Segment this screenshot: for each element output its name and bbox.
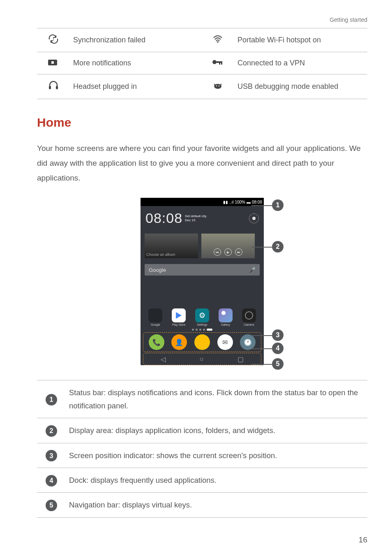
page-indicator — [141, 327, 264, 331]
clock-date: Dec 15 — [185, 218, 206, 222]
settings-icon: ⚙ — [195, 308, 209, 322]
play-icon: ▶ — [224, 248, 232, 256]
svg-rect-7 — [221, 61, 222, 65]
headset-icon — [37, 74, 70, 99]
clock-city: Set default city — [185, 214, 206, 218]
weather-icon — [249, 213, 259, 223]
callout-5: 5 — [272, 358, 284, 370]
google-search-widget: Google 🎤 — [145, 264, 260, 276]
desc-3: Screen position indicator: shows the cur… — [66, 443, 367, 468]
callout-2: 2 — [272, 241, 284, 253]
usb-debug-icon — [201, 74, 234, 99]
music-widget: ⏮ ▶ ⏭ — [201, 234, 255, 258]
clock-icon: 🕐 — [240, 334, 256, 350]
nav-bar: ◁ ○ ▢ — [143, 353, 261, 365]
badge-4: 4 — [46, 475, 57, 486]
wifi-hotspot-icon — [201, 28, 234, 52]
gallery-icon — [219, 308, 233, 322]
more-notifications-icon — [37, 52, 70, 74]
clock-time: 08:08 — [145, 210, 182, 226]
status-icons-table: ! Synchronization failed Portable Wi-Fi … — [37, 28, 367, 99]
home-icon: ○ — [200, 355, 204, 363]
svg-point-1 — [217, 41, 219, 43]
headset-label: Headset plugged in — [70, 74, 201, 99]
header-section-label: Getting started — [37, 16, 367, 23]
callout-3: 3 — [272, 329, 284, 341]
camera-icon — [242, 308, 256, 322]
callout-descriptions-table: 1Status bar: displays notifications and … — [37, 380, 367, 518]
section-title-home: Home — [37, 116, 367, 130]
badge-5: 5 — [46, 500, 57, 511]
svg-point-13 — [216, 86, 217, 86]
clock-widget: 08:08 Set default city Dec 15 — [141, 206, 264, 230]
vpn-label: Connected to a VPN — [234, 52, 367, 74]
google-label: Google — [149, 267, 166, 273]
album-widget: Choose an album — [145, 234, 198, 258]
badge-1: 1 — [46, 394, 57, 405]
status-time: 08:08 — [252, 200, 262, 204]
recent-icon: ▢ — [238, 355, 244, 363]
svg-rect-6 — [219, 61, 220, 65]
wifi-hotspot-label: Portable Wi-Fi hotspot on — [234, 28, 367, 52]
back-icon: ◁ — [161, 355, 166, 363]
app-label: Gallery — [221, 323, 230, 326]
desc-1: Status bar: displays notifications and i… — [66, 380, 367, 418]
app-label: Settings — [197, 323, 207, 326]
desc-5: Navigation bar: displays virtual keys. — [66, 493, 367, 517]
vpn-icon — [201, 52, 234, 74]
sync-failed-icon: ! — [37, 28, 70, 52]
app-label: Google — [151, 323, 160, 326]
desc-2: Display area: displays application icons… — [66, 418, 367, 443]
phone-status-bar: ▮▮ ..ıl 100% ▬ 08:08 — [141, 198, 264, 206]
svg-point-14 — [219, 86, 219, 86]
messaging-icon: ✉ — [217, 334, 233, 350]
home-description: Your home screens are where you can find… — [37, 141, 367, 185]
contacts-icon: 👤 — [171, 334, 187, 350]
svg-rect-3 — [51, 61, 54, 64]
mic-icon: 🎤 — [249, 267, 256, 273]
callout-4: 4 — [272, 343, 284, 354]
svg-rect-8 — [49, 86, 51, 89]
next-icon: ⏭ — [235, 248, 242, 256]
svg-line-12 — [220, 84, 221, 86]
app-label: Play Store — [172, 323, 185, 326]
signal-icon: ▮▮ — [223, 200, 228, 204]
badge-3: 3 — [46, 450, 57, 461]
dialer-icon: 📞 — [149, 334, 164, 350]
more-notifications-label: More notifications — [70, 52, 201, 74]
badge-2: 2 — [46, 425, 57, 437]
usb-debug-label: USB debugging mode enabled — [234, 74, 367, 99]
phone-illustration: ▮▮ ..ıl 100% ▬ 08:08 08:08 Set default c… — [37, 198, 367, 368]
svg-line-11 — [214, 84, 216, 86]
battery-text: 100% — [235, 200, 245, 204]
google-folder-icon — [148, 308, 162, 322]
callout-1: 1 — [272, 199, 284, 211]
app-label: Camera — [244, 323, 254, 326]
playstore-icon — [172, 308, 186, 322]
app-row: Google Play Store ⚙Settings Gallery Came… — [141, 307, 264, 327]
desc-4: Dock: displays frequently used applicati… — [66, 468, 367, 493]
page-number: 16 — [359, 535, 367, 544]
prev-icon: ⏮ — [214, 248, 221, 256]
sync-failed-label: Synchronization failed — [70, 28, 201, 52]
svg-rect-9 — [56, 86, 58, 89]
dock: 📞 👤 ✉ 🕐 — [143, 332, 261, 352]
svg-text:!: ! — [53, 36, 54, 41]
svg-point-4 — [212, 60, 217, 64]
browser-icon — [194, 334, 210, 350]
